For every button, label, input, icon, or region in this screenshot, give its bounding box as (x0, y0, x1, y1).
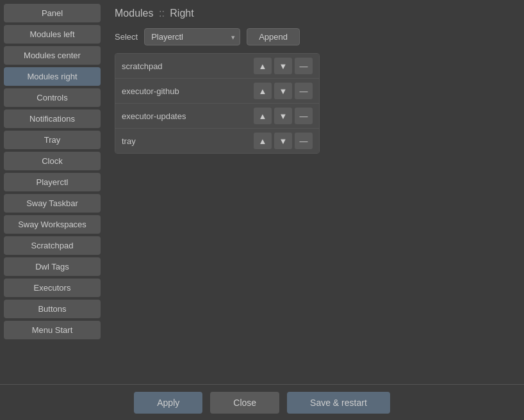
module-row: scratchpad▲▼— (115, 54, 319, 79)
remove-button[interactable]: — (295, 133, 313, 149)
sidebar-btn-dwl-tags[interactable]: Dwl Tags (4, 257, 101, 276)
select-wrapper: PlayerctlClockNotificationsTrayscratchpa… (144, 28, 240, 45)
module-name: tray (122, 136, 251, 146)
remove-button[interactable]: — (295, 108, 313, 124)
move-down-button[interactable]: ▼ (274, 83, 292, 99)
sidebar-btn-clock[interactable]: Clock (4, 152, 101, 170)
content-area: Modules :: Right Select PlayerctlClockNo… (104, 0, 524, 384)
sidebar-btn-tray[interactable]: Tray (4, 131, 101, 149)
sidebar-btn-modules-center[interactable]: Modules center (4, 46, 101, 65)
sidebar-btn-sway-taskbar[interactable]: Sway Taskbar (4, 194, 101, 213)
module-row: executor-updates▲▼— (115, 104, 319, 129)
sidebar-btn-controls[interactable]: Controls (4, 88, 101, 107)
select-label: Select (115, 32, 138, 42)
sidebar-btn-panel[interactable]: Panel (4, 4, 101, 22)
sidebar-btn-playerctl[interactable]: Playerctl (4, 173, 101, 191)
save-restart-button[interactable]: Save & restart (287, 392, 390, 414)
sidebar-btn-menu-start[interactable]: Menu Start (4, 321, 101, 339)
move-up-button[interactable]: ▲ (254, 83, 272, 99)
sidebar: PanelModules leftModules centerModules r… (0, 0, 104, 384)
sidebar-btn-buttons[interactable]: Buttons (4, 300, 101, 318)
module-name: executor-updates (122, 111, 251, 121)
append-button[interactable]: Append (247, 28, 300, 45)
module-row: tray▲▼— (115, 129, 319, 153)
sidebar-btn-modules-right[interactable]: Modules right (4, 67, 101, 86)
move-up-button[interactable]: ▲ (254, 108, 272, 124)
sidebar-btn-executors[interactable]: Executors (4, 279, 101, 297)
module-select[interactable]: PlayerctlClockNotificationsTrayscratchpa… (144, 28, 240, 45)
apply-button[interactable]: Apply (134, 392, 202, 414)
page-title: Modules :: Right (115, 8, 514, 19)
module-list: scratchpad▲▼—executor-github▲▼—executor-… (115, 53, 320, 154)
close-button[interactable]: Close (210, 392, 279, 414)
sidebar-btn-notifications[interactable]: Notifications (4, 109, 101, 128)
module-name: scratchpad (122, 61, 251, 71)
remove-button[interactable]: — (295, 58, 313, 74)
module-name: executor-github (122, 86, 251, 96)
sidebar-btn-sway-workspaces[interactable]: Sway Workspaces (4, 215, 101, 234)
move-up-button[interactable]: ▲ (254, 133, 272, 149)
select-row: Select PlayerctlClockNotificationsTraysc… (115, 28, 514, 45)
move-down-button[interactable]: ▼ (274, 133, 292, 149)
sidebar-btn-scratchpad[interactable]: Scratchpad (4, 236, 101, 255)
sidebar-btn-modules-left[interactable]: Modules left (4, 25, 101, 44)
move-down-button[interactable]: ▼ (274, 58, 292, 74)
move-up-button[interactable]: ▲ (254, 58, 272, 74)
footer: Apply Close Save & restart (0, 384, 524, 420)
remove-button[interactable]: — (295, 83, 313, 99)
move-down-button[interactable]: ▼ (274, 108, 292, 124)
module-row: executor-github▲▼— (115, 79, 319, 104)
